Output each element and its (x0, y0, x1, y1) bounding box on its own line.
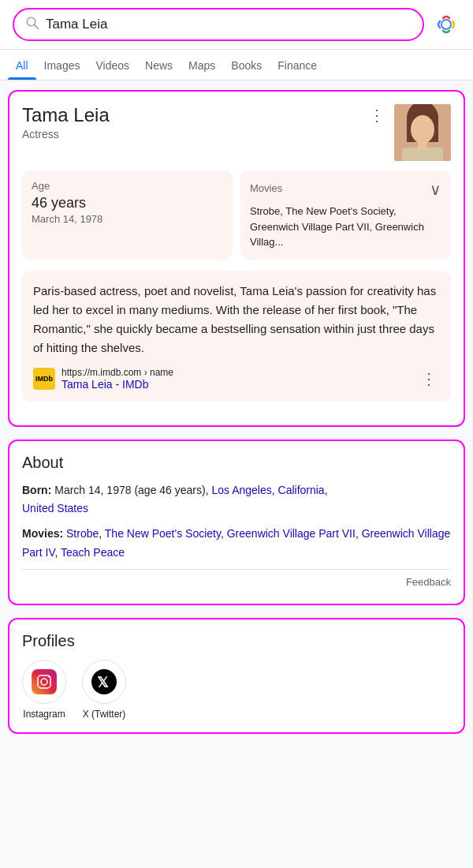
age-label: Age (32, 180, 223, 192)
bio-text: Paris-based actress, poet and novelist, … (33, 282, 440, 357)
instagram-label: Instagram (23, 709, 65, 720)
entity-right: ⋮ (366, 104, 451, 161)
more-options-button[interactable]: ⋮ (366, 104, 388, 126)
movies-expand-button[interactable]: ∨ (430, 180, 441, 199)
tab-news[interactable]: News (137, 50, 181, 80)
svg-text:𝕏: 𝕏 (97, 675, 109, 690)
about-born-row: Born: March 14, 1978 (age 46 years), Los… (22, 481, 451, 519)
entity-name: Tama Leia (22, 104, 366, 126)
svg-rect-10 (418, 142, 427, 150)
movies-list-text: Strobe, The New Poet's Society, Greenwic… (250, 204, 441, 250)
x-twitter-icon-circle: 𝕏 (82, 660, 126, 704)
imdb-label: IMDb (35, 375, 53, 383)
entity-info: Tama Leia Actress (22, 104, 366, 140)
about-movies-row: Movies: Strobe, The New Poet's Society, … (22, 525, 451, 563)
svg-point-8 (411, 115, 434, 144)
tab-finance[interactable]: Finance (270, 50, 325, 80)
tab-all[interactable]: All (8, 50, 36, 80)
about-heading: About (22, 454, 451, 472)
search-bar[interactable]: Tama Leia (13, 8, 424, 41)
knowledge-panel: Tama Leia Actress ⋮ (8, 90, 465, 427)
main-content: Tama Leia Actress ⋮ (0, 80, 473, 756)
source-left: IMDb https://m.imdb.com › name Tama Leia… (33, 367, 173, 391)
age-date: March 14, 1978 (32, 213, 223, 225)
search-icon (25, 16, 39, 33)
profile-x-twitter[interactable]: 𝕏 X (Twitter) (82, 660, 126, 720)
nav-tabs: All Images Videos News Maps Books Financ… (0, 50, 473, 80)
source-more-options-button[interactable]: ⋮ (418, 368, 440, 390)
google-lens-button[interactable] (432, 10, 460, 39)
source-url: https://m.imdb.com › name (61, 367, 173, 378)
movie-strobe-link[interactable]: Strobe (66, 527, 99, 540)
source-row: IMDb https://m.imdb.com › name Tama Leia… (33, 367, 440, 391)
movies-label-about: Movies: (22, 527, 63, 540)
search-query-text: Tama Leia (46, 17, 412, 32)
search-bar-container: Tama Leia (0, 0, 473, 50)
source-info: https://m.imdb.com › name Tama Leia - IM… (61, 367, 173, 391)
bio-section: Paris-based actress, poet and novelist, … (22, 271, 451, 402)
movie-greenwich-vii-link[interactable]: Greenwich Village Part VII (227, 527, 356, 540)
imdb-logo: IMDb (33, 368, 55, 390)
profiles-row: Instagram 𝕏 X (Twitter) (22, 660, 451, 720)
about-section: About Born: March 14, 1978 (age 46 years… (8, 440, 465, 605)
age-card: Age 46 years March 14, 1978 (22, 170, 233, 260)
born-united-states-link[interactable]: United States (22, 502, 88, 514)
entity-photo (394, 104, 451, 161)
born-date: March 14, 1978 (age 46 years), (54, 484, 211, 496)
age-value: 46 years (32, 195, 223, 211)
tab-videos[interactable]: Videos (88, 50, 137, 80)
entity-header: Tama Leia Actress ⋮ (22, 104, 451, 161)
svg-rect-11 (32, 669, 57, 694)
instagram-icon-circle (22, 660, 66, 704)
x-twitter-label: X (Twitter) (83, 709, 126, 720)
tab-books[interactable]: Books (223, 50, 270, 80)
svg-line-1 (35, 25, 39, 29)
born-los-angeles-link[interactable]: Los Angeles, California, (211, 484, 327, 496)
tab-maps[interactable]: Maps (181, 50, 223, 80)
movie-new-poets-link[interactable]: The New Poet's Society (105, 527, 221, 540)
movie-teach-peace-link[interactable]: Teach Peace (61, 546, 125, 559)
tab-images[interactable]: Images (36, 50, 88, 80)
about-movies-list: Strobe, The New Poet's Society, Greenwic… (22, 527, 450, 559)
movies-card: Movies ∨ Strobe, The New Poet's Society,… (240, 170, 451, 260)
movies-card-header: Movies ∨ (250, 180, 441, 199)
profiles-heading: Profiles (22, 632, 451, 650)
profile-instagram[interactable]: Instagram (22, 660, 66, 720)
entity-type: Actress (22, 128, 366, 140)
movies-label: Movies (250, 182, 282, 194)
feedback-row: Feedback (22, 569, 451, 591)
source-title[interactable]: Tama Leia - IMDb (61, 378, 173, 391)
profiles-section: Profiles (8, 618, 465, 734)
feedback-link[interactable]: Feedback (406, 576, 451, 588)
info-cards-row: Age 46 years March 14, 1978 Movies ∨ Str… (22, 170, 451, 260)
svg-point-14 (48, 675, 50, 677)
born-label: Born: (22, 484, 51, 496)
